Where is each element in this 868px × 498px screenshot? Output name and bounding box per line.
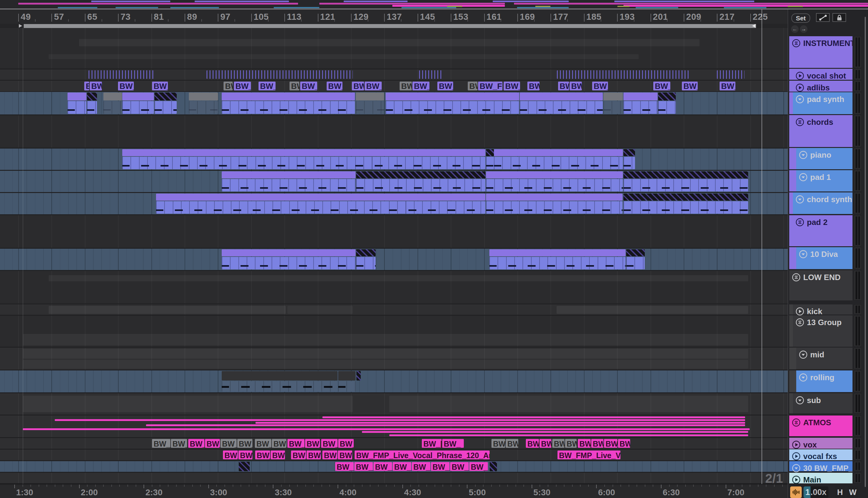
audio-clip-pink[interactable]: BW_| — [469, 462, 488, 471]
clip-note-preview[interactable] — [623, 101, 657, 114]
loop-scroll-bar[interactable] — [24, 24, 756, 28]
unfold-icon[interactable] — [799, 373, 808, 383]
unfold-icon[interactable] — [795, 396, 804, 406]
midi-clip[interactable]: BW_F — [300, 82, 317, 90]
track-header-main[interactable]: Main — [789, 473, 853, 483]
group-icon[interactable] — [795, 118, 804, 128]
clip-note-preview[interactable] — [489, 257, 626, 270]
note-stripe-clip[interactable] — [419, 70, 443, 79]
clip-header-purple[interactable] — [222, 249, 355, 256]
unfold-icon[interactable] — [799, 250, 808, 260]
clip-header-gray[interactable] — [104, 93, 122, 101]
clip-header-disabled-hatch[interactable] — [486, 149, 494, 156]
line-tool-button[interactable] — [816, 13, 830, 22]
midi-clip-muted[interactable]: BW — [223, 82, 233, 90]
time-ruler[interactable]: 1:302:002:303:003:304:004:305:005:306:00… — [0, 484, 789, 498]
lane-sub[interactable] — [0, 393, 788, 415]
lane-chords[interactable] — [0, 115, 788, 148]
track-header-pad-2[interactable]: pad 2 — [793, 215, 853, 246]
track-header-chords[interactable]: chords — [793, 115, 853, 147]
clip-note-preview[interactable] — [156, 201, 485, 214]
audition-button[interactable] — [790, 486, 802, 498]
track-header-mid[interactable]: mid — [796, 348, 853, 369]
track-header-pad-synth[interactable]: pad synth — [793, 92, 853, 114]
audio-line-clip[interactable] — [55, 419, 745, 421]
nav-forward-button[interactable]: → — [800, 25, 808, 33]
audio-clip-muted[interactable]: BW_| — [552, 439, 565, 448]
clip-note-preview[interactable] — [122, 101, 154, 114]
track-header-adlibs[interactable]: adlibs — [793, 81, 853, 92]
track-header-atmos[interactable]: ATMOS — [789, 416, 853, 436]
clip-header-disabled-hatch[interactable] — [623, 149, 635, 156]
audio-clip-pink[interactable]: BW_ — [271, 450, 285, 459]
loop-end-marker[interactable] — [752, 24, 756, 28]
audio-clip-muted[interactable]: BW_| — [491, 439, 505, 448]
audio-clip-muted[interactable]: BW_| — [255, 439, 271, 448]
audio-clip-pink[interactable]: BW_F — [287, 439, 304, 448]
track-header-13-group[interactable]: 13 Group — [793, 315, 853, 347]
lane-vocal-shot[interactable] — [0, 69, 788, 80]
midi-clip-muted[interactable]: BW — [468, 82, 477, 90]
lane-30-bw[interactable]: BW_|BW_BW_FBW_|BW_FBW_|BW_FBW_| — [0, 461, 788, 472]
lane-chord-synth[interactable] — [0, 193, 788, 214]
arrangement-overview[interactable] — [0, 0, 868, 9]
audio-line-clip[interactable] — [322, 416, 745, 418]
clip-note-preview[interactable] — [222, 179, 355, 192]
clip-header-purple[interactable] — [122, 93, 154, 101]
clip-header-purple[interactable] — [122, 149, 485, 156]
audio-clip-pink[interactable]: BW_ — [578, 439, 591, 448]
audio-clip-pink[interactable]: BW_| — [307, 450, 321, 459]
audio-clip-pink[interactable]: BW_F — [450, 462, 469, 471]
clip-note-preview[interactable] — [356, 101, 384, 114]
clip-note-preview[interactable] — [87, 101, 97, 114]
audio-clip-pink[interactable]: BW_F — [374, 462, 392, 471]
audio-clip-muted[interactable]: BW_ — [237, 439, 253, 448]
clip-header-gray[interactable] — [603, 93, 623, 101]
lane-pad-synth[interactable] — [0, 92, 788, 115]
clip-header-gray[interactable] — [189, 93, 218, 101]
track-header-chord-synth[interactable]: chord synth — [793, 192, 853, 214]
clip-note-preview[interactable] — [486, 201, 623, 214]
clip-header-purple[interactable] — [623, 93, 657, 101]
midi-clip[interactable]: BW — [90, 82, 102, 90]
group-icon[interactable] — [792, 273, 801, 283]
audio-clip-pink[interactable]: BW_ — [305, 439, 320, 448]
clip-header-purple[interactable] — [222, 171, 355, 179]
audio-clip-pink[interactable]: BW_ — [618, 439, 630, 448]
clip-header-disabled-hatch[interactable] — [658, 93, 676, 101]
audio-clip-pink[interactable]: BW_ — [205, 439, 220, 448]
midi-clip[interactable]: BW_ — [682, 82, 698, 90]
midi-clip[interactable]: BW_ — [527, 82, 540, 90]
audio-clip-pink[interactable]: BW_ — [255, 450, 270, 459]
clip-header-disabled-hatch[interactable] — [154, 93, 177, 101]
clip-note-preview[interactable] — [486, 157, 494, 169]
clip-header-purple[interactable] — [68, 93, 86, 101]
group-icon[interactable] — [795, 318, 804, 328]
midi-clip[interactable]: BW_ — [437, 82, 453, 90]
play-arm-icon[interactable] — [792, 452, 801, 462]
zoom-height-button[interactable]: H — [835, 486, 845, 498]
audio-line-clip[interactable] — [23, 428, 750, 430]
lane-adlibs[interactable]: BBWBW_BW_BWBW_FBW_FBWBW_FBW_BW_BW_FBWBW_… — [0, 81, 788, 91]
clip-note-preview[interactable] — [385, 101, 519, 114]
clip-note-preview[interactable] — [356, 179, 485, 192]
audio-clip-muted[interactable]: BW_ — [272, 439, 286, 448]
play-arm-icon[interactable] — [795, 83, 804, 93]
audio-clip-pink[interactable]: BW_FMP_Live_Vocal_ — [557, 450, 621, 459]
audio-clip-pink[interactable]: BW_ — [338, 439, 354, 448]
audio-clip-muted[interactable]: BW_F — [220, 439, 236, 448]
play-arm-icon[interactable] — [792, 440, 801, 450]
audio-clip-muted[interactable]: BW_| — [152, 439, 170, 448]
clip-header-purple[interactable] — [486, 171, 623, 179]
track-header-vox[interactable]: vox — [789, 438, 853, 449]
clip-header-purple[interactable] — [156, 194, 485, 200]
midi-clip[interactable]: B — [84, 82, 89, 90]
nav-back-button[interactable]: ← — [791, 25, 799, 33]
audio-clip-pink[interactable]: BW_ — [591, 439, 603, 448]
group-icon[interactable] — [795, 218, 804, 228]
midi-clip[interactable]: BW_ — [118, 82, 134, 90]
clip-note-preview[interactable] — [603, 101, 623, 114]
audio-clip-pink[interactable]: BW_| — [422, 439, 442, 448]
lane-pad-1[interactable] — [0, 171, 788, 192]
audio-clip-muted[interactable]: BW — [565, 439, 577, 448]
